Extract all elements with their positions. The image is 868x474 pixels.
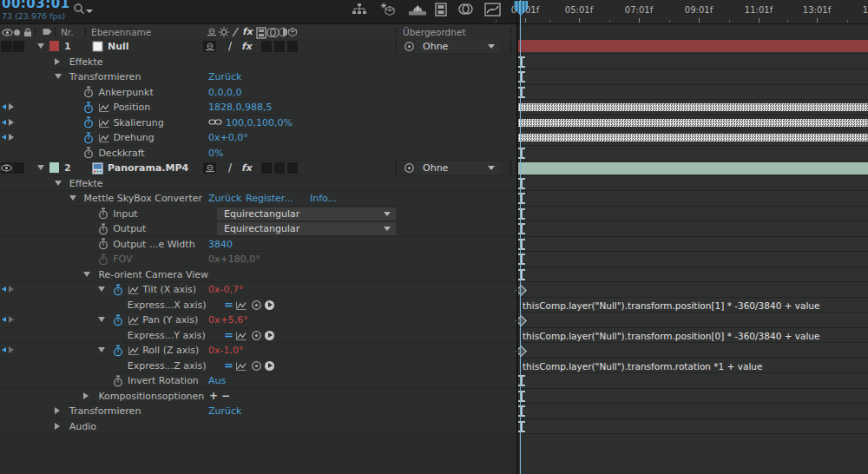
- next-keyframe-arrow[interactable]: [9, 103, 14, 110]
- layer-switch-cell[interactable]: [261, 41, 272, 52]
- layer-switch-cell[interactable]: [261, 162, 272, 174]
- expression-text[interactable]: thisComp.layer("Null").transform.rotatio…: [523, 361, 762, 372]
- property-value[interactable]: 0x+5,6°: [208, 314, 248, 326]
- collapse-transformations-icon[interactable]: [219, 27, 229, 37]
- audio-switch[interactable]: [13, 41, 24, 52]
- parent-dropdown[interactable]: Ohne: [415, 40, 500, 53]
- stopwatch-icon[interactable]: [98, 207, 108, 220]
- group-expand-icon[interactable]: [55, 181, 62, 186]
- property-value[interactable]: 1828,0,988,5: [208, 102, 272, 113]
- next-keyframe-arrow[interactable]: [9, 316, 14, 323]
- search-icon[interactable]: [73, 3, 85, 15]
- property-dropdown[interactable]: Equirectangular: [217, 222, 396, 235]
- eye-icon[interactable]: [2, 29, 13, 36]
- property-value[interactable]: Aus: [208, 375, 226, 386]
- next-keyframe-arrow[interactable]: [9, 286, 14, 293]
- group-expand-icon[interactable]: [55, 58, 60, 65]
- fx-icon[interactable]: fx: [242, 26, 253, 37]
- expression-language-menu-icon[interactable]: [265, 331, 274, 340]
- property-value[interactable]: 0,0,0,0: [208, 87, 241, 98]
- layer-expand-icon[interactable]: [37, 43, 44, 49]
- current-timecode[interactable]: 00:03:01: [2, 0, 70, 11]
- quality-icon[interactable]: [231, 27, 240, 37]
- reset-link[interactable]: Zurück: [208, 71, 241, 82]
- graph-toggle-icon[interactable]: [128, 315, 140, 326]
- property-value[interactable]: 0%: [208, 148, 223, 159]
- graph-toggle-icon[interactable]: [98, 102, 110, 113]
- eye-icon[interactable]: [1, 164, 12, 172]
- stopwatch-icon[interactable]: [83, 132, 94, 144]
- lock-icon[interactable]: [23, 27, 32, 37]
- expression-pickwhip-icon[interactable]: [251, 360, 262, 372]
- group-expand-icon[interactable]: [55, 74, 62, 79]
- constrain-proportions-icon[interactable]: [208, 118, 222, 126]
- shy-icon[interactable]: [207, 27, 217, 37]
- keyframes-dense-band[interactable]: [518, 103, 868, 111]
- prev-keyframe-arrow[interactable]: [2, 135, 6, 140]
- audio-switch[interactable]: [13, 162, 24, 174]
- layer-duration-bar[interactable]: [518, 40, 868, 52]
- expression-text[interactable]: thisComp.layer("Null").transform.positio…: [523, 300, 819, 311]
- panel-divider[interactable]: [516, 0, 518, 474]
- layer-switch-cell[interactable]: [287, 41, 298, 52]
- next-keyframe-arrow[interactable]: [9, 346, 14, 353]
- expression-language-menu-icon[interactable]: [265, 361, 274, 371]
- property-value[interactable]: 0x-0,7°: [208, 284, 243, 295]
- expression-pickwhip-icon[interactable]: [251, 330, 262, 341]
- group-expand-icon[interactable]: [55, 423, 60, 430]
- layer-label-color[interactable]: [49, 162, 59, 173]
- expression-pickwhip-icon[interactable]: [251, 300, 262, 311]
- timeline-row-left[interactable]: 1Null/fxOhne: [0, 39, 516, 55]
- stopwatch-icon[interactable]: [83, 147, 94, 159]
- time-ruler[interactable]: 03:01f05:01f07:01f09:01f11:01f13:01f15:0…: [516, 0, 868, 24]
- prop-expand-icon[interactable]: [98, 347, 105, 352]
- reset-link[interactable]: Info...: [310, 193, 337, 204]
- solo-icon[interactable]: [14, 30, 20, 36]
- expression-enable-icon[interactable]: =: [224, 328, 233, 341]
- quality-switch[interactable]: /: [228, 40, 232, 52]
- search-options-caret-icon[interactable]: [86, 10, 93, 13]
- stopwatch-icon[interactable]: [83, 116, 94, 128]
- stopwatch-icon[interactable]: [113, 284, 123, 296]
- fx-switch[interactable]: fx: [241, 162, 252, 174]
- stopwatch-icon[interactable]: [98, 238, 108, 250]
- property-value[interactable]: 3840: [208, 239, 233, 250]
- stopwatch-icon[interactable]: [83, 102, 94, 114]
- brainstorm-icon[interactable]: [458, 3, 473, 16]
- composition-flowchart-icon[interactable]: [351, 3, 368, 16]
- layer-switch-cell[interactable]: [274, 162, 285, 174]
- add-option-icon[interactable]: +: [209, 390, 218, 402]
- prev-keyframe-arrow[interactable]: [2, 120, 6, 125]
- graph-toggle-icon[interactable]: [128, 346, 140, 356]
- group-expand-icon[interactable]: [69, 195, 76, 201]
- property-value[interactable]: 0x+0,0°: [208, 132, 248, 143]
- keyframes-dense-band[interactable]: [518, 119, 868, 127]
- draft-3d-icon[interactable]: [380, 3, 398, 17]
- frame-blending-icon[interactable]: [408, 3, 427, 16]
- property-value[interactable]: 100,0,100,0%: [226, 117, 293, 128]
- remove-option-icon[interactable]: −: [221, 390, 230, 402]
- motion-blur-icon[interactable]: [434, 3, 448, 16]
- stopwatch-icon[interactable]: [113, 345, 123, 357]
- prev-keyframe-arrow[interactable]: [2, 104, 6, 109]
- frame-blend-icon[interactable]: [255, 27, 267, 39]
- expression-enable-icon[interactable]: =: [224, 359, 233, 372]
- stopwatch-icon[interactable]: [113, 314, 123, 326]
- video-switch[interactable]: [1, 41, 12, 52]
- property-value[interactable]: 0x-1,0°: [208, 345, 243, 356]
- graph-toggle-icon[interactable]: [128, 285, 140, 295]
- current-time-indicator-line[interactable]: [520, 0, 521, 474]
- expression-graph-icon[interactable]: [235, 300, 247, 311]
- property-dropdown[interactable]: Equirectangular: [217, 207, 396, 221]
- graph-editor-icon[interactable]: [484, 3, 501, 16]
- layer-duration-bar[interactable]: [518, 162, 868, 174]
- expression-language-menu-icon[interactable]: [265, 300, 274, 310]
- column-parent[interactable]: Übergeordnet: [403, 27, 466, 37]
- next-keyframe-arrow[interactable]: [9, 134, 14, 141]
- label-color-icon[interactable]: [42, 27, 53, 36]
- 3d-layer-icon[interactable]: [287, 27, 298, 37]
- prev-keyframe-arrow[interactable]: [2, 317, 6, 322]
- parent-dropdown[interactable]: Ohne: [415, 161, 500, 174]
- prev-keyframe-arrow[interactable]: [2, 286, 6, 292]
- column-nr[interactable]: Nr.: [61, 27, 74, 37]
